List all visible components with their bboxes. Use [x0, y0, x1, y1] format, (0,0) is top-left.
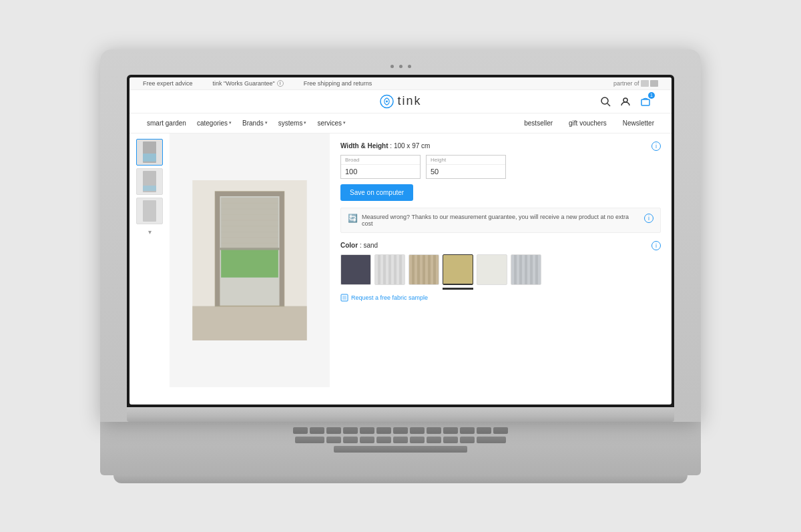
nav-item-smart-garden[interactable]: smart garden	[143, 117, 190, 129]
svg-rect-25	[220, 248, 279, 250]
swatch-sand[interactable]	[443, 254, 473, 285]
chevron-services-icon: ▾	[343, 120, 346, 125]
nav-gift-vouchers-label: gift vouchers	[569, 119, 607, 127]
logo-area[interactable]: tink	[379, 94, 421, 109]
key	[360, 437, 374, 443]
swatch-beige-stripe[interactable]	[409, 254, 439, 285]
partner-logos	[641, 80, 658, 87]
guarantee-text: Measured wrong? Thanks to our measuremen…	[362, 214, 640, 227]
height-label: Height	[427, 156, 505, 165]
camera-dot-center	[399, 65, 403, 68]
nav-item-services[interactable]: services ▾	[313, 117, 350, 129]
chevron-systems-icon: ▾	[304, 120, 306, 125]
site-content: Free expert advice tink "Works Guarantee…	[129, 77, 672, 405]
laptop-base	[127, 407, 674, 422]
guarantee-box: 🔄 Measured wrong? Thanks to our measurem…	[340, 208, 661, 233]
thumb-2[interactable]	[136, 168, 163, 195]
color-swatches	[340, 254, 661, 285]
thumb-3[interactable]	[136, 198, 163, 224]
dimensions-value: : 100 x 97 cm	[390, 142, 430, 150]
key	[427, 427, 441, 434]
topbar-item-advice: Free expert advice	[143, 80, 193, 87]
search-icon[interactable]	[599, 95, 611, 107]
key	[410, 437, 425, 443]
keyboard-area	[100, 422, 701, 475]
color-info-icon[interactable]: i	[651, 241, 661, 250]
svg-rect-15	[221, 248, 278, 277]
swatch-light-gray[interactable]	[374, 254, 405, 285]
tink-logo-icon	[379, 94, 394, 109]
color-label: Color : sand	[340, 242, 378, 249]
product-details: Width & Height : 100 x 97 cm i Broad	[330, 134, 672, 387]
nav-item-systems[interactable]: systems ▾	[274, 117, 311, 129]
broad-field-wrapper: Broad	[340, 155, 421, 179]
svg-rect-7	[143, 154, 156, 162]
key	[443, 427, 458, 434]
key	[477, 437, 506, 443]
product-thumbnails: ▾	[129, 134, 170, 387]
camera-bar	[127, 61, 674, 72]
nav-bar: smart garden categories ▾ Brands ▾ syste…	[129, 113, 672, 134]
svg-rect-16	[221, 197, 278, 248]
nav-item-gift-vouchers[interactable]: gift vouchers	[565, 117, 611, 129]
nav-smart-garden-label: smart garden	[147, 119, 186, 127]
nav-brands-label: Brands	[242, 119, 264, 127]
top-bar: Free expert advice tink "Works Guarantee…	[129, 77, 672, 90]
partner-area: partner of	[613, 80, 658, 87]
key	[427, 437, 441, 443]
save-button[interactable]: Save on computer	[340, 184, 413, 201]
key	[393, 437, 408, 443]
key	[326, 437, 341, 443]
cart-icon[interactable]: 1	[639, 95, 651, 107]
keyboard-row-2	[120, 437, 681, 443]
dimensions-section: Width & Height : 100 x 97 cm i Broad	[340, 142, 661, 233]
key	[460, 437, 475, 443]
laptop-bottom	[113, 475, 688, 483]
guarantee-info-icon[interactable]: i	[644, 214, 653, 223]
broad-label: Broad	[341, 156, 420, 165]
svg-point-1	[386, 100, 388, 102]
fabric-icon	[340, 294, 348, 302]
chevron-brands-icon: ▾	[265, 120, 268, 125]
key	[376, 427, 391, 434]
dimensions-label-strong: Width & Height	[340, 142, 388, 150]
header: tink	[129, 90, 672, 113]
swatch-light-blue-gray[interactable]	[511, 254, 541, 285]
swatch-dark-gray[interactable]	[340, 254, 371, 285]
broad-input[interactable]	[341, 165, 420, 178]
color-section: Color : sand i	[340, 241, 661, 302]
laptop-wrapper: Free expert advice tink "Works Guarantee…	[100, 49, 701, 483]
nav-right: bestseller gift vouchers Newsletter	[520, 117, 658, 129]
keyboard-row-3	[120, 446, 681, 453]
nav-item-bestseller[interactable]: bestseller	[520, 117, 557, 129]
height-field-wrapper: Height	[426, 155, 506, 179]
fabric-sample-link[interactable]: Request a free fabric sample	[340, 294, 661, 302]
key	[343, 437, 358, 443]
nav-bestseller-label: bestseller	[524, 119, 553, 127]
key	[460, 427, 475, 434]
nav-categories-label: categories	[197, 119, 228, 127]
thumb-1[interactable]	[136, 139, 163, 166]
svg-rect-30	[342, 296, 346, 300]
nav-item-brands[interactable]: Brands ▾	[238, 117, 272, 129]
swatch-white-gray[interactable]	[477, 254, 507, 285]
nav-item-categories[interactable]: categories ▾	[193, 117, 236, 129]
swatch-selection-bar	[443, 288, 473, 290]
account-icon[interactable]	[619, 95, 631, 107]
dimensions-inputs-row: Broad Height	[340, 155, 661, 179]
guarantee-info-icon[interactable]: i	[277, 80, 284, 87]
nav-item-newsletter[interactable]: Newsletter	[619, 117, 658, 129]
key	[293, 427, 308, 434]
key	[326, 427, 341, 434]
chevron-categories-icon: ▾	[229, 120, 232, 125]
dimensions-info-icon[interactable]: i	[651, 142, 661, 151]
laptop-body: Free expert advice tink "Works Guarantee…	[100, 49, 701, 422]
partner-label: partner of	[613, 80, 639, 87]
chevron-down-thumbs-icon[interactable]: ▾	[148, 228, 152, 236]
height-input[interactable]	[427, 165, 505, 178]
logo-text: tink	[397, 94, 421, 108]
key	[393, 427, 408, 434]
key	[493, 427, 508, 434]
topbar-item-shipping: Free shipping and returns	[304, 80, 372, 87]
nav-services-label: services	[317, 119, 342, 127]
